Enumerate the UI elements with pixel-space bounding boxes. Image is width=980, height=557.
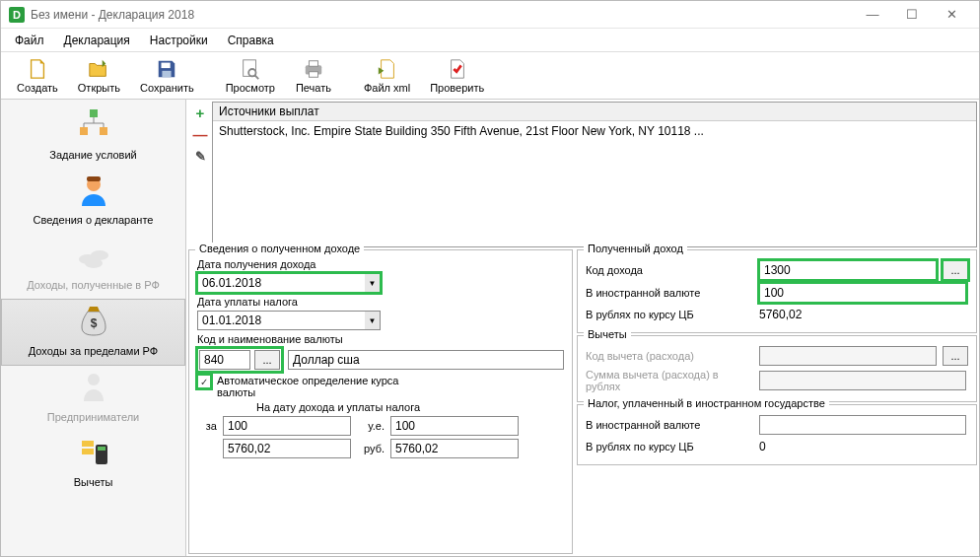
menubar: Файл Декларация Настройки Справка [1,29,979,52]
check-file-icon [447,58,468,80]
xml-label: Файл xml [364,82,410,94]
menu-declaration[interactable]: Декларация [56,32,138,49]
maximize-button[interactable]: ☐ [892,3,932,27]
svg-rect-0 [162,62,171,68]
print-icon [303,58,324,80]
auto-rate-label: Автоматическое определение курса валюты [217,375,434,398]
foreign-amount-label: В иностранной валюте [586,287,753,299]
money-bag-icon: $ [76,304,111,339]
deduction-code-lookup-button[interactable]: ... [943,346,968,366]
preview-button[interactable]: Просмотр [216,56,285,96]
app-icon: D [9,7,25,23]
sources-header: Источники выплат [213,103,976,121]
save-label: Сохранить [140,82,194,94]
close-button[interactable]: ✕ [932,3,971,27]
open-button[interactable]: Открыть [68,56,130,96]
date-tax-input[interactable] [197,311,365,330]
menu-file[interactable]: Файл [7,32,52,49]
za-label: за [197,420,217,432]
edit-source-button[interactable]: ✎ [191,147,209,165]
svg-rect-7 [309,71,317,77]
save-icon [156,58,177,80]
sidebar: Задание условий Сведения о декларанте До… [1,100,186,556]
xml-button[interactable]: Файл xml [354,56,420,96]
sidebar-item-conditions[interactable]: Задание условий [1,104,185,169]
svg-point-19 [85,258,103,268]
folder-open-icon [88,58,109,80]
save-button[interactable]: Сохранить [130,56,204,96]
foreign-tax-foreign-label: В иностранной валюте [586,419,753,431]
auto-rate-checkbox[interactable]: ✓ [197,375,211,388]
window-title: Без имени - Декларация 2018 [31,8,853,22]
print-button[interactable]: Печать [285,56,342,96]
foreign-tax-foreign-input[interactable] [759,415,966,435]
currency-name-input[interactable] [288,350,564,370]
print-label: Печать [296,82,331,94]
svg-rect-8 [90,109,98,117]
deduction-code-input [759,346,937,366]
received-income-group: Полученный доход Код дохода ... В иностр… [577,249,977,333]
foreign-tax-rub-label: В рублях по курсу ЦБ [586,441,753,453]
sources-list[interactable]: Источники выплат Shutterstock, Inc. Empi… [212,102,977,247]
date-tax-dropdown[interactable]: ▼ [365,311,381,330]
received-title: Полученный доход [584,243,687,254]
svg-text:$: $ [90,316,97,330]
rub-label: руб. [357,443,385,454]
create-button[interactable]: Создать [7,56,68,96]
sidebar-item-income-rf[interactable]: Доходы, полученные в РФ [1,234,185,299]
sidebar-item-deductions[interactable]: Вычеты [1,431,185,496]
conditions-label: Задание условий [1,149,185,161]
declarant-label: Сведения о декларанте [1,214,185,226]
income-info-title: Сведения о полученном доходе [195,243,364,254]
date-received-input[interactable] [197,273,365,293]
conditions-icon [76,107,111,143]
businessman-icon [76,370,111,405]
remove-source-button[interactable]: — [191,125,209,143]
income-info-group: Сведения о полученном доходе Дата получе… [188,249,573,554]
foreign-tax-rub-value: 0 [759,438,766,455]
check-button[interactable]: Проверить [420,56,494,96]
svg-point-21 [88,374,100,385]
ue-label: у.е. [357,420,385,432]
add-source-button[interactable]: + [191,104,209,121]
rate-rub1-input[interactable] [223,439,351,458]
sidebar-item-declarant[interactable]: Сведения о декларанте [1,169,185,234]
svg-rect-9 [80,127,88,135]
svg-rect-23 [98,447,105,451]
titlebar: D Без имени - Декларация 2018 — ☐ ✕ [1,1,979,29]
rate-rub2-input[interactable] [390,439,519,458]
preview-label: Просмотр [226,82,275,94]
rub-amount-value: 5760,02 [759,306,802,323]
deductions-group: Вычеты Код вычета (расхода) ... Сумма вы… [577,335,977,402]
rub-amount-label: В рублях по курсу ЦБ [586,309,753,320]
currency-code-input[interactable] [199,350,250,370]
foreign-amount-input[interactable] [759,283,966,303]
rate-amount-input[interactable] [223,416,351,436]
date-received-dropdown[interactable]: ▼ [365,273,381,293]
date-received-label: Дата получения дохода [197,258,564,270]
svg-line-4 [254,75,258,79]
sidebar-item-income-foreign[interactable]: $ Доходы за пределами РФ [1,299,185,366]
foreign-tax-group: Налог, уплаченный в иностранном государс… [577,404,977,465]
deductions-title: Вычеты [584,328,631,340]
svg-rect-10 [100,127,107,135]
minimize-button[interactable]: — [853,3,892,27]
income-code-lookup-button[interactable]: ... [943,260,968,280]
create-label: Создать [17,82,58,94]
menu-help[interactable]: Справка [220,32,282,49]
check-label: Проверить [430,82,484,94]
date-tax-label: Дата уплаты налога [197,296,564,308]
income-rf-label: Доходы, полученные в РФ [1,279,185,291]
source-item[interactable]: Shutterstock, Inc. Empire State Building… [213,121,976,141]
income-code-input[interactable] [759,260,937,280]
new-file-icon [27,58,48,80]
calculator-icon [76,435,111,470]
rate-ue-input[interactable] [390,416,519,436]
currency-label: Код и наименование валюты [197,333,564,345]
sidebar-item-entrepreneurs[interactable]: Предприниматели [1,366,185,431]
xml-file-icon [377,58,398,80]
currency-lookup-button[interactable]: ... [254,350,280,370]
svg-rect-1 [163,70,172,76]
menu-settings[interactable]: Настройки [142,32,216,49]
open-label: Открыть [78,82,120,94]
